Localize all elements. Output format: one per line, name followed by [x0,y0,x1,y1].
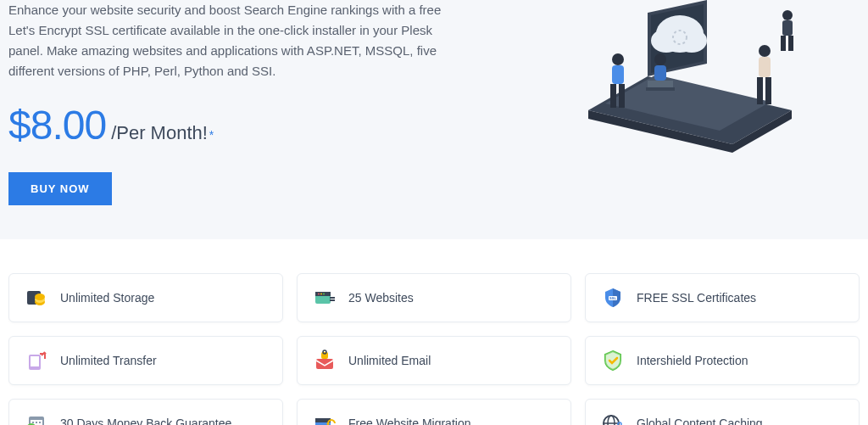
storage-icon [25,286,48,310]
feature-card-email: Unlimited Email [297,336,571,385]
hero-section: Enhance your website security and boost … [0,0,868,239]
hero-description: Enhance your website security and boost … [8,0,449,81]
feature-label: 25 Websites [348,291,414,305]
svg-point-10 [612,53,624,65]
feature-card-storage: Unlimited Storage [8,273,283,322]
svg-point-32 [318,294,320,295]
price-asterisk: * [209,128,214,142]
svg-rect-24 [781,36,786,51]
svg-rect-47 [32,422,34,423]
feature-card-ssl: SSL FREE SSL Certificates [585,273,860,322]
svg-point-33 [320,294,322,295]
buy-now-button[interactable]: BUY NOW [8,172,112,205]
svg-point-8 [676,29,707,53]
svg-rect-12 [610,84,616,108]
svg-point-22 [782,10,793,20]
svg-rect-19 [759,57,771,77]
price-suffix: /Per Month! [111,122,208,144]
feature-label: Unlimited Email [348,354,431,367]
svg-rect-13 [619,84,625,108]
feature-label: FREE SSL Certificates [637,291,756,305]
svg-rect-20 [757,77,763,104]
svg-rect-43 [321,352,328,359]
svg-rect-21 [765,77,771,104]
hero-illustration-wrapper [537,0,860,161]
svg-point-34 [323,294,325,295]
feature-card-transfer: Unlimited Transfer [8,336,283,385]
svg-rect-17 [646,87,675,91]
transfer-icon [25,349,48,372]
svg-point-18 [759,45,771,57]
guarantee-icon [25,411,48,425]
svg-rect-42 [316,359,333,369]
shield-icon [601,349,625,372]
price-row: $8.00 /Per Month! * [8,102,449,148]
laptop-cloud-illustration [554,0,826,161]
feature-label: Intershield Protection [637,354,748,367]
ssl-icon: SSL [601,286,625,310]
svg-rect-25 [788,36,793,51]
feature-card-websites: 25 Websites [297,273,571,322]
svg-rect-16 [648,81,673,87]
svg-rect-48 [36,422,37,423]
feature-card-shield: Intershield Protection [585,336,860,385]
feature-label: Global Content Caching [637,417,763,425]
svg-rect-49 [39,422,41,423]
hero-left-content: Enhance your website security and boost … [8,0,449,205]
caching-icon [601,411,625,425]
features-grid: Unlimited Storage 25 Websites SSL FREE S… [8,273,860,425]
svg-rect-15 [654,65,666,81]
svg-text:SSL: SSL [609,296,616,300]
svg-rect-23 [782,20,793,36]
svg-point-29 [35,294,45,300]
feature-card-caching: Global Content Caching [585,399,860,425]
svg-rect-40 [31,356,39,366]
feature-label: Unlimited Storage [60,291,154,305]
websites-icon [313,286,337,310]
feature-label: Unlimited Transfer [60,354,157,367]
feature-label: 30 Days Money Back Guarantee [60,417,231,425]
feature-card-migration: Free Website Migration [297,399,571,425]
features-section: Unlimited Storage 25 Websites SSL FREE S… [0,239,868,425]
feature-label: Free Website Migration [348,417,470,425]
migration-icon [313,411,337,425]
email-icon [313,349,337,372]
svg-point-14 [654,53,666,65]
svg-rect-11 [612,65,624,84]
feature-card-guarantee: 30 Days Money Back Guarantee [8,399,283,425]
price-amount: $8.00 [8,102,106,148]
